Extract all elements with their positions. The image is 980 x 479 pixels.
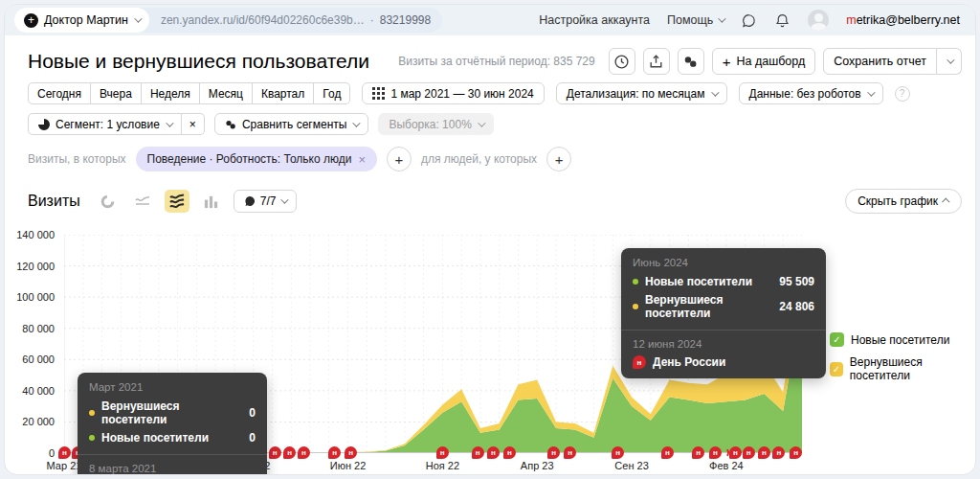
filter-chip-robots[interactable]: Поведение · Роботность: Только люди ×	[136, 147, 377, 171]
holiday-marker[interactable]: н	[283, 446, 296, 459]
add-visit-filter-button[interactable]: +	[387, 147, 412, 171]
y-tick-label: 140 000	[5, 229, 55, 240]
holiday-pin-arc	[719, 447, 729, 458]
chevron-down-icon	[711, 88, 719, 96]
holiday-marker[interactable]: н	[269, 446, 281, 459]
holiday-marker[interactable]: н	[503, 446, 516, 459]
sampling-select[interactable]: Выборка: 100%	[378, 113, 493, 135]
metrika-app: + Доктор Мартин zen.yandex.ru/id/60f94d0…	[4, 4, 976, 475]
holiday-marker[interactable]: н	[298, 446, 310, 459]
holiday-marker[interactable]: н	[564, 446, 576, 459]
holiday-pin-icon: н	[790, 446, 802, 459]
holiday-marker[interactable]: н	[58, 446, 71, 459]
page-title: Новые и вернувшиеся пользователи	[28, 50, 369, 73]
chevron-down-icon	[867, 88, 875, 96]
chart-type-line-button[interactable]	[130, 190, 155, 213]
detail-select[interactable]: Детализация: по месяцам	[556, 82, 727, 104]
counter-url: zen.yandex.ru/id/60f94d02260c6e39b…	[161, 13, 365, 27]
chevron-down-icon	[166, 119, 173, 126]
holiday-pin-icon: н	[269, 446, 281, 459]
period-today[interactable]: Сегодня	[28, 82, 91, 104]
segment-joined: Сегмент: 1 условие ×	[28, 113, 205, 135]
period-quarter[interactable]: Квартал	[253, 82, 314, 104]
series-name: Новые посетители	[101, 431, 242, 445]
holiday-marker[interactable]: н	[661, 446, 674, 459]
compare-label: Сравнить сегменты	[242, 118, 347, 131]
series-name: Вернувшиеся посетители	[101, 399, 242, 426]
date-range-button[interactable]: 1 мар 2021 — 30 июн 2024	[362, 82, 544, 104]
holiday-marker[interactable]: н	[729, 446, 742, 459]
holiday-pin-icon: н	[743, 446, 755, 459]
legend-new-visitors[interactable]: ✓ Новые посетители	[830, 332, 975, 347]
chat-icon[interactable]	[741, 12, 757, 29]
chevron-down-icon	[281, 195, 289, 203]
user-email[interactable]: metrika@belberry.net	[846, 13, 960, 27]
period-yesterday[interactable]: Вчера	[91, 82, 142, 104]
period-toolbar: Сегодня Вчера Неделя Месяц Квартал Год 1…	[28, 82, 975, 104]
period-year[interactable]: Год	[314, 82, 350, 104]
annotations-button[interactable]: 7/7	[234, 190, 298, 213]
legend-returning-visitors[interactable]: ✓ Вернувшиеся посетители	[830, 355, 975, 382]
period-group: Сегодня Вчера Неделя Месяц Квартал Год	[28, 82, 350, 104]
date-range-label: 1 мар 2021 — 30 июн 2024	[390, 87, 533, 101]
period-week[interactable]: Неделя	[142, 82, 200, 104]
segment-select[interactable]: Сегмент: 1 условие	[28, 113, 182, 135]
line-chart-icon	[134, 193, 151, 210]
holiday-marker[interactable]: н	[709, 446, 729, 459]
holiday-marker[interactable]: н	[487, 446, 500, 459]
compare-segments-select[interactable]: Сравнить сегменты	[214, 113, 369, 135]
chart-type-area-button[interactable]	[165, 190, 189, 213]
x-tick-label: Фев 24	[709, 460, 744, 471]
chevron-up-icon	[942, 197, 949, 205]
bell-icon[interactable]	[774, 12, 791, 29]
holiday-row: н День России	[633, 355, 814, 369]
help-menu[interactable]: Помощь	[667, 13, 724, 27]
holiday-marker[interactable]: н	[436, 446, 449, 459]
holiday-marker[interactable]: н	[790, 446, 802, 459]
account-settings-link[interactable]: Настройка аккаунта	[539, 13, 650, 27]
segments-compare-button[interactable]	[678, 48, 704, 75]
close-icon[interactable]: ×	[358, 152, 366, 167]
period-month[interactable]: Месяц	[200, 82, 253, 104]
save-report-button[interactable]: Сохранить отчет	[823, 48, 937, 75]
separator-dot: ·	[370, 13, 374, 27]
holiday-marker[interactable]: н	[612, 446, 624, 459]
report-header: Новые и вернувшиеся пользователи Визиты …	[28, 48, 962, 75]
filter-chip-label: Поведение · Роботность: Только люди	[147, 152, 352, 166]
holiday-marker[interactable]: н	[743, 446, 755, 459]
export-icon	[648, 54, 664, 70]
chart-legend: ✓ Новые посетители ✓ Вернувшиеся посетит…	[830, 332, 975, 382]
save-report-menu-button[interactable]	[937, 48, 962, 75]
segment-label: Сегмент: 1 условие	[56, 118, 160, 131]
save-report-split: Сохранить отчет	[823, 48, 962, 75]
export-button[interactable]	[643, 48, 670, 75]
segment-clear-button[interactable]: ×	[182, 113, 205, 135]
chart-type-bar-button[interactable]	[199, 190, 224, 213]
email-rest: etrika@belberry.net	[857, 13, 960, 27]
tooltip-title: Март 2021	[89, 381, 256, 393]
y-tick-label: 40 000	[5, 385, 55, 397]
dashboard-label: На дашборд	[736, 55, 805, 68]
holiday-pin-icon: н	[564, 446, 576, 459]
user-avatar[interactable]	[808, 10, 829, 31]
holiday-pin-icon: н	[692, 446, 704, 459]
holiday-marker[interactable]: н	[692, 446, 704, 459]
holiday-marker[interactable]: н	[345, 446, 357, 459]
x-tick-label: Апр 23	[521, 460, 554, 471]
chart-title: Визиты	[28, 193, 80, 210]
series-dot	[89, 410, 95, 416]
segment-toolbar: Сегмент: 1 условие × Сравнить сегменты В…	[28, 113, 975, 135]
data-mode-select[interactable]: Данные: без роботов	[739, 82, 883, 104]
history-button[interactable]	[609, 48, 635, 75]
holiday-pin-icon: н	[436, 446, 449, 459]
plus-icon: +	[723, 54, 731, 70]
hide-chart-button[interactable]: Скрыть график	[845, 189, 962, 214]
counter-switcher[interactable]: + Доктор Мартин	[14, 8, 149, 33]
add-people-filter-button[interactable]: +	[546, 147, 571, 171]
series-value: 0	[249, 431, 256, 445]
tooltip-title: Июнь 2024	[633, 257, 814, 268]
add-to-dashboard-button[interactable]: + На дашборд	[712, 48, 816, 75]
help-question-icon[interactable]: ?	[895, 86, 910, 102]
chart-type-pie-button[interactable]	[96, 190, 121, 213]
holiday-icon: н	[633, 355, 646, 369]
